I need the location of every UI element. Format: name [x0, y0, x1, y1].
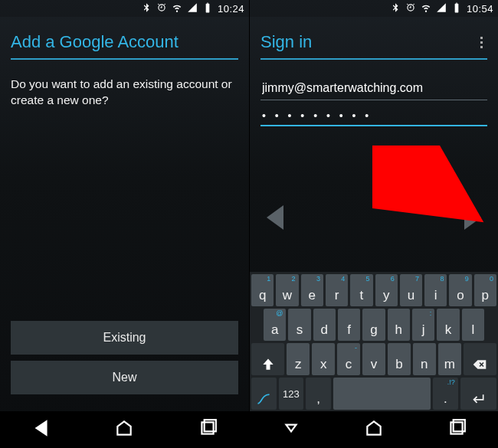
prev-button[interactable]: [267, 205, 283, 230]
phone-left: 10:24 Add a Google Account Do you want t…: [0, 0, 249, 448]
status-bar: 10:24: [0, 0, 249, 17]
key-p[interactable]: p0: [474, 274, 496, 306]
alarm-icon: [405, 2, 416, 15]
key-o[interactable]: o9: [449, 274, 471, 306]
key-v[interactable]: v: [362, 343, 385, 375]
key-t[interactable]: t5: [350, 274, 372, 306]
key-l[interactable]: l: [462, 309, 484, 341]
page-title: Sign in: [260, 32, 312, 52]
key-f[interactable]: f: [338, 309, 360, 341]
wifi-icon: [421, 2, 431, 15]
status-clock: 10:54: [467, 3, 493, 15]
body-area: Do you want to add an existing account o…: [0, 60, 249, 109]
wifi-icon: [172, 2, 182, 15]
battery-icon: [202, 2, 213, 15]
system-navbar: [250, 411, 498, 448]
body-area: • • • • • • • • •: [250, 60, 498, 126]
status-bar: 10:54: [250, 0, 498, 17]
key-w[interactable]: w2: [276, 274, 298, 306]
space-key[interactable]: [333, 378, 431, 410]
signal-icon: [187, 2, 198, 15]
overflow-menu-icon[interactable]: [475, 34, 487, 50]
shift-key[interactable]: [251, 343, 284, 375]
new-button[interactable]: New: [11, 361, 238, 394]
header-divider: [11, 58, 238, 60]
battery-icon: [451, 2, 462, 15]
backspace-key[interactable]: [464, 343, 496, 375]
key-x[interactable]: x: [312, 343, 335, 375]
key-u[interactable]: u7: [400, 274, 422, 306]
comma-key[interactable]: ,: [306, 378, 331, 410]
symbols-key[interactable]: 123: [279, 378, 304, 410]
key-h[interactable]: h: [388, 309, 410, 341]
status-clock: 10:24: [218, 3, 244, 15]
period-key[interactable]: ..!?: [433, 378, 458, 410]
key-j[interactable]: j:: [412, 309, 434, 341]
screen-header: Add a Google Account: [0, 17, 249, 58]
wizard-nav: [250, 205, 498, 230]
home-icon[interactable]: [364, 418, 384, 441]
key-k[interactable]: k: [437, 309, 459, 341]
swift-key[interactable]: [251, 378, 277, 410]
prompt-text: Do you want to add an existing account o…: [11, 77, 238, 109]
header-divider: [260, 58, 487, 60]
key-n[interactable]: n: [413, 343, 436, 375]
system-navbar: [0, 411, 249, 448]
recents-icon[interactable]: [447, 418, 467, 441]
next-button[interactable]: [464, 205, 481, 230]
key-r[interactable]: r4: [326, 274, 348, 306]
page-title: Add a Google Account: [11, 32, 179, 52]
key-y[interactable]: y6: [375, 274, 398, 306]
bluetooth-icon: [141, 2, 152, 15]
bluetooth-icon: [390, 2, 401, 15]
recents-icon[interactable]: [198, 418, 218, 441]
key-s[interactable]: s: [288, 309, 310, 341]
key-b[interactable]: b: [388, 343, 411, 375]
enter-key[interactable]: [460, 378, 496, 410]
existing-button[interactable]: Existing: [11, 321, 238, 355]
button-stack: Existing New: [11, 321, 238, 394]
key-m[interactable]: m: [438, 343, 461, 375]
key-e[interactable]: e3: [301, 274, 323, 306]
password-field[interactable]: • • • • • • • • •: [260, 105, 487, 126]
key-g[interactable]: g: [362, 309, 385, 341]
key-i[interactable]: i8: [424, 274, 447, 306]
email-field[interactable]: [260, 77, 487, 100]
key-d[interactable]: d: [313, 309, 336, 341]
svg-line-2: [380, 153, 458, 205]
key-q[interactable]: q1: [251, 274, 274, 306]
home-icon[interactable]: [114, 418, 134, 441]
key-z[interactable]: z: [287, 343, 310, 375]
phone-right: 10:54 Sign in • • • • • • • • • q1w2e3r4…: [249, 0, 498, 448]
alarm-icon: [156, 2, 167, 15]
signal-icon: [436, 2, 447, 15]
key-a[interactable]: a@: [264, 309, 286, 341]
back-ime-icon[interactable]: [281, 418, 301, 441]
soft-keyboard: q1w2e3r4t5y6u7i8o9p0 a@sdfghj:kl zxc-vbn…: [250, 272, 498, 411]
screen-header: Sign in: [250, 17, 498, 58]
key-c[interactable]: c-: [337, 343, 360, 375]
back-icon[interactable]: [31, 418, 51, 441]
